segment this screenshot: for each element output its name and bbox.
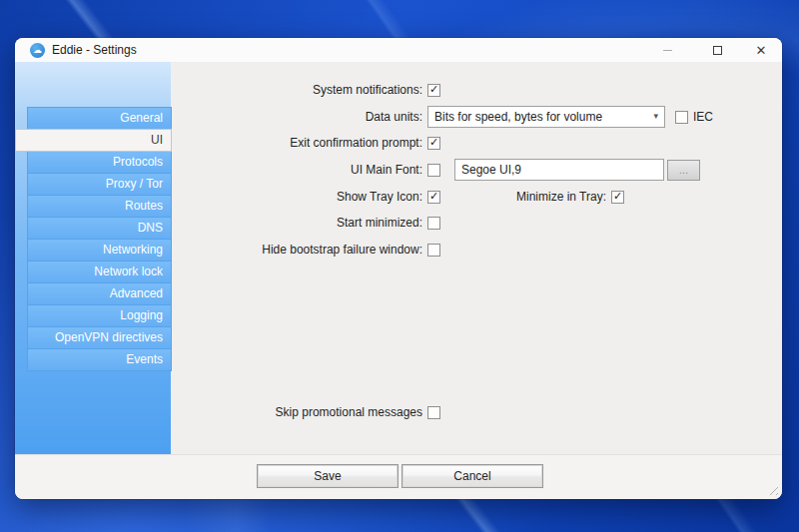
tab-list: General UI Protocols Proxy / Tor Routes …: [15, 107, 171, 371]
row-skip-promo: Skip promotional messages: [185, 401, 774, 423]
minimize-button[interactable]: [651, 38, 683, 62]
start-minimized-checkbox[interactable]: [427, 217, 440, 230]
hide-bootstrap-label: Hide bootstrap failure window:: [185, 243, 422, 257]
ui-main-font-label: UI Main Font:: [185, 163, 422, 177]
footer: Save Cancel: [15, 454, 782, 499]
row-exit-confirmation: Exit confirmation prompt:: [185, 132, 774, 154]
tab-dns[interactable]: DNS: [27, 217, 172, 240]
tab-routes[interactable]: Routes: [27, 195, 172, 218]
titlebar[interactable]: ☁ Eddie - Settings ✕: [15, 38, 782, 62]
exit-confirmation-checkbox[interactable]: [427, 137, 440, 150]
row-ui-main-font: UI Main Font: Segoe UI,9 …: [185, 159, 774, 181]
close-button[interactable]: ✕: [745, 38, 777, 62]
exit-confirmation-label: Exit confirmation prompt:: [185, 136, 422, 150]
settings-window: ☁ Eddie - Settings ✕ General UI Protocol…: [15, 38, 782, 499]
save-button[interactable]: Save: [257, 464, 399, 488]
font-browse-button[interactable]: …: [667, 160, 700, 181]
iec-label: IEC: [693, 110, 713, 124]
tab-network-lock[interactable]: Network lock: [27, 261, 172, 283]
system-notifications-label: System notifications:: [185, 83, 422, 97]
minimize-icon: [663, 50, 672, 51]
show-tray-icon-label: Show Tray Icon:: [185, 190, 422, 204]
skip-promo-label: Skip promotional messages: [185, 405, 422, 419]
tab-logging[interactable]: Logging: [27, 304, 172, 327]
resize-grip-icon[interactable]: [766, 483, 778, 495]
ui-main-font-checkbox[interactable]: [427, 164, 440, 177]
data-units-selected-option: Bits for speed, bytes for volume: [434, 110, 602, 124]
row-data-units: Data units: Bits for speed, bytes for vo…: [185, 106, 774, 128]
row-start-minimized: Start minimized:: [185, 212, 774, 234]
window-title: Eddie - Settings: [52, 38, 137, 62]
maximize-button[interactable]: [701, 38, 733, 62]
maximize-icon: [713, 46, 722, 55]
data-units-label: Data units:: [185, 110, 422, 124]
ui-main-font-input[interactable]: Segoe UI,9: [454, 159, 664, 181]
tab-networking[interactable]: Networking: [27, 239, 172, 262]
sidebar: General UI Protocols Proxy / Tor Routes …: [15, 62, 171, 454]
row-hide-bootstrap: Hide bootstrap failure window:: [185, 239, 774, 261]
tab-protocols[interactable]: Protocols: [27, 151, 172, 174]
tab-events[interactable]: Events: [27, 348, 172, 371]
row-system-notifications: System notifications:: [185, 79, 774, 101]
chevron-down-icon: ▾: [653, 111, 658, 121]
show-tray-icon-checkbox[interactable]: [427, 191, 440, 204]
desktop-wallpaper: ☁ Eddie - Settings ✕ General UI Protocol…: [0, 0, 799, 532]
tab-advanced[interactable]: Advanced: [27, 282, 172, 305]
row-tray: Show Tray Icon: Minimize in Tray:: [185, 186, 774, 208]
tab-openvpn-directives[interactable]: OpenVPN directives: [27, 326, 172, 349]
tab-proxy-tor[interactable]: Proxy / Tor: [27, 173, 172, 196]
eddie-cloud-icon: ☁: [30, 43, 45, 58]
skip-promo-checkbox[interactable]: [427, 406, 440, 419]
iec-checkbox[interactable]: [675, 111, 688, 124]
minimize-in-tray-checkbox[interactable]: [611, 191, 624, 204]
tab-ui[interactable]: UI: [15, 129, 172, 152]
tab-general[interactable]: General: [27, 107, 172, 130]
data-units-dropdown[interactable]: Bits for speed, bytes for volume ▾: [427, 106, 665, 128]
hide-bootstrap-checkbox[interactable]: [427, 244, 440, 257]
cancel-button[interactable]: Cancel: [401, 464, 543, 488]
start-minimized-label: Start minimized:: [185, 216, 422, 230]
close-icon: ✕: [756, 44, 767, 57]
minimize-in-tray-label: Minimize in Tray:: [440, 190, 606, 204]
system-notifications-checkbox[interactable]: [427, 84, 440, 97]
